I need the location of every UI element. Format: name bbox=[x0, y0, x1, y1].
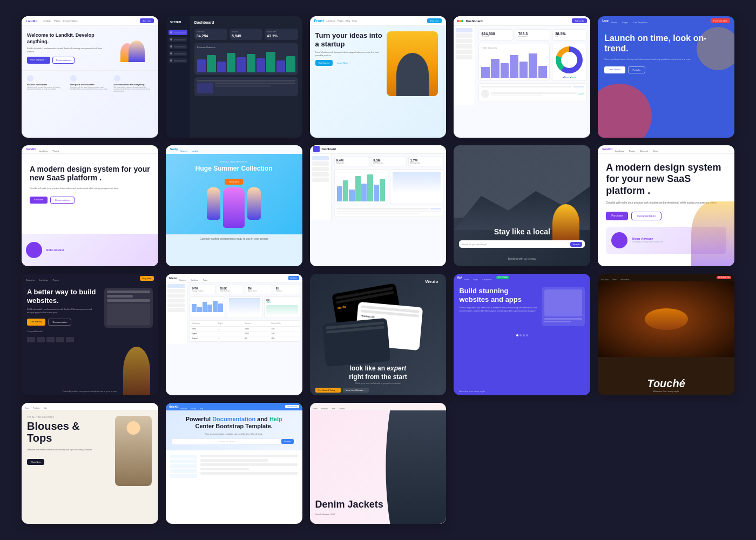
landkit-buy-btn[interactable]: Buy now bbox=[140, 18, 153, 23]
goodkit-sm-subtitle: Goodkit will make your product look mode… bbox=[30, 187, 150, 190]
summer-cta-btn[interactable]: Shop Now bbox=[225, 179, 243, 185]
dashboard-chart: Revenue Overview bbox=[194, 43, 298, 75]
expert-card-dark bbox=[322, 318, 391, 367]
falcon-logo: falcon bbox=[169, 276, 177, 280]
goodkit-lg-secondary-btn[interactable]: Documentation bbox=[631, 212, 662, 220]
db-menu-users[interactable] bbox=[168, 51, 187, 56]
card-analytics-sm[interactable]: Dashboard 9.4M Daily Sales bbox=[310, 145, 447, 267]
card-webapp[interactable]: WA Home Pages Components BOOTSTRAP Build… bbox=[454, 274, 590, 395]
front-secondary-btn[interactable]: Learn More → bbox=[335, 60, 353, 66]
arch-secondary-btn[interactable]: Documentation bbox=[48, 319, 71, 326]
db-blue-stat-2: 763.3 Performance bbox=[516, 29, 550, 40]
docs-content bbox=[166, 450, 302, 483]
card-front[interactable]: Front Landings Pages Blog Shop Buy now T… bbox=[310, 16, 447, 138]
landkit-feature-1-icon bbox=[27, 75, 33, 82]
touche-title-area: Touché bbox=[598, 377, 734, 390]
denim-nav: Home Products Sale Contact bbox=[310, 403, 447, 410]
goodkit-sm-logo: Goodkit bbox=[26, 147, 36, 151]
touche-bg bbox=[598, 281, 734, 357]
card-goodkit-sm[interactable]: Goodkit Landings Pages A modern design s… bbox=[22, 145, 158, 267]
landkit-illustration bbox=[110, 32, 150, 62]
webapp-screen bbox=[544, 289, 582, 316]
falcon-btn[interactable]: Buy Now bbox=[288, 276, 299, 280]
summer-person-2 bbox=[247, 187, 261, 220]
dashboard-sidebar: SYSTEM bbox=[166, 16, 190, 138]
docs-headline: Powerful Documentation and HelpCenter Bo… bbox=[171, 416, 297, 430]
card-dashboard-blue[interactable]: Dashboard Subscribe $24,500 Total bbox=[454, 16, 590, 138]
card-docs[interactable]: HelpKit Features Pricing Blog Start for … bbox=[166, 403, 302, 524]
card-landkit[interactable]: Landkit. Landings Pages Documentation Bu… bbox=[22, 16, 158, 138]
docs-sidebar bbox=[170, 455, 197, 479]
front-buy-btn[interactable]: Buy now bbox=[427, 18, 442, 23]
landkit-feature-3: Documentation for everything We have wri… bbox=[114, 75, 153, 93]
touche-food-bowl bbox=[645, 308, 688, 330]
goodkit-sm-robo: Robo Advisor bbox=[22, 234, 158, 266]
docs-hero: Powerful Documentation and HelpCenter Bo… bbox=[166, 410, 302, 450]
denim-subtitle: New Collection 2024 bbox=[315, 513, 383, 516]
falcon-mini-stat: 2M +12% bbox=[264, 296, 300, 318]
docs-search[interactable]: Search for articles... Search bbox=[171, 438, 297, 445]
landkit-primary-btn[interactable]: View all pages → bbox=[27, 57, 50, 64]
analytics-nav: Dashboard bbox=[310, 145, 447, 154]
analytics-logo-icon bbox=[313, 146, 320, 152]
db-blue-stat-3: 38.5% Goal bbox=[552, 29, 587, 40]
blouses-image-container bbox=[115, 416, 153, 486]
landkit-feature-2-icon bbox=[70, 75, 77, 82]
webapp-footer: Attractive from every angle bbox=[459, 390, 485, 393]
front-hero: Turn your ideas into a startup Front's f… bbox=[310, 26, 447, 102]
expert-secondary-btn[interactable]: View Live Website → bbox=[343, 388, 369, 393]
db-menu-analytics[interactable] bbox=[168, 37, 187, 42]
arch-primary-btn[interactable]: Get Started bbox=[27, 319, 45, 326]
blouses-cta-btn[interactable]: Shop Now bbox=[27, 459, 44, 465]
goodkit-sm-primary-btn[interactable]: Purchase bbox=[30, 197, 48, 204]
arch-buy-btn[interactable]: Buy Now bbox=[140, 276, 154, 281]
summer-nav: Swirly Business Landings bbox=[166, 145, 302, 154]
goodkit-lg-person-image bbox=[691, 201, 734, 266]
db-menu-reports[interactable] bbox=[168, 44, 187, 49]
goodkit-sm-secondary-btn[interactable]: Documentation bbox=[50, 197, 75, 204]
front-primary-btn[interactable]: Get Started bbox=[315, 60, 333, 66]
leap-secondary-btn[interactable]: Portfolio bbox=[628, 66, 646, 73]
db-menu-settings[interactable] bbox=[168, 58, 187, 63]
local-search[interactable]: Where do you want to go? Search bbox=[459, 240, 585, 248]
card-goodkit-lg[interactable]: Goodkit Landings Pages Account Docs A mo… bbox=[598, 145, 734, 267]
docs-nav-btn[interactable]: Start for Free bbox=[285, 405, 299, 408]
leap-primary-btn[interactable]: View Demos bbox=[604, 66, 625, 73]
arch-headline: A better way to build websites. bbox=[27, 288, 99, 305]
summer-hero: FOR ALL TIME FAVORITES Huge Summer Colle… bbox=[166, 154, 302, 234]
card-expert[interactable]: we.do Themes.do bbox=[310, 274, 447, 395]
webapp-logo: WA bbox=[457, 276, 462, 279]
webapp-headline: Build stunning websites and apps bbox=[459, 287, 537, 303]
local-search-placeholder: Where do you want to go? bbox=[462, 243, 570, 246]
expert-subtitle: Build your own toolkit with a gorgeous t… bbox=[310, 382, 447, 384]
goodkit-sm-robo-icon bbox=[26, 242, 42, 258]
summer-logo: Swirly bbox=[170, 147, 178, 151]
expert-badge: We.do bbox=[426, 279, 438, 284]
card-denim[interactable]: Home Products Sale Contact Denim Jackets… bbox=[310, 403, 447, 524]
card-leap[interactable]: Leap Home Pages Use Templates Purchase N… bbox=[598, 16, 734, 138]
docs-search-btn[interactable]: Search bbox=[281, 439, 294, 444]
card-local[interactable]: Stay like a local Where do you want to g… bbox=[454, 145, 590, 267]
dash-blue-btn[interactable]: Subscribe bbox=[572, 18, 587, 23]
card-touche[interactable]: Pour Vous Menu Réservation RESERVATION T… bbox=[598, 274, 734, 395]
db-blue-bar-chart: Traffic Channels bbox=[478, 44, 549, 81]
card-summer[interactable]: Swirly Business Landings FOR ALL TIME FA… bbox=[166, 145, 302, 267]
card-dashboard-dark[interactable]: SYSTEM bbox=[166, 16, 302, 138]
webapp-indicators bbox=[454, 334, 590, 336]
card-falcon[interactable]: falcon Business Landings Pages Buy Now bbox=[166, 274, 302, 395]
local-search-btn[interactable]: Search bbox=[570, 242, 583, 247]
card-blouses[interactable]: Home Products Sale FOR ALL TIME FAVORITE… bbox=[22, 403, 158, 524]
db-blue-table: +2.5% bbox=[478, 83, 587, 102]
denim-text: Denim Jackets New Collection 2024 bbox=[315, 499, 383, 516]
card-arch[interactable]: Business Landings Pages Buy Now A better… bbox=[22, 274, 158, 395]
landkit-nav: Landings Pages Documentation bbox=[43, 19, 78, 22]
dash-blue-title: Dashboard bbox=[465, 19, 482, 23]
db-menu-dashboard[interactable] bbox=[168, 30, 187, 35]
docs-nav: HelpKit Features Pricing Blog Start for … bbox=[166, 403, 302, 410]
analytics-mini-chart bbox=[390, 169, 444, 204]
goodkit-lg-primary-btn[interactable]: Purchase bbox=[606, 212, 628, 220]
leap-purchase-btn[interactable]: Purchase Now bbox=[711, 18, 730, 23]
expert-primary-btn[interactable]: Get Started Today → bbox=[315, 388, 341, 393]
landkit-secondary-btn[interactable]: Documentation bbox=[52, 57, 75, 64]
arch-nav: Business Landings Pages Buy Now bbox=[22, 274, 158, 282]
